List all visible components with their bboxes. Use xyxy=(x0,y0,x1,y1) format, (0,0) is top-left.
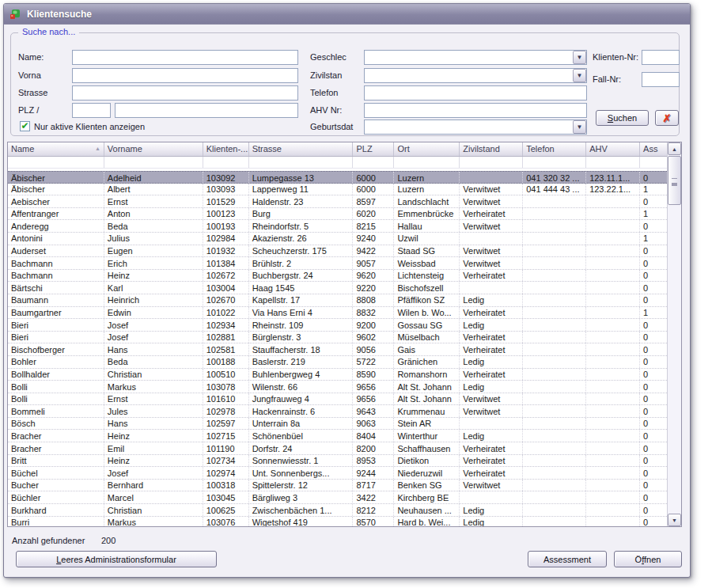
table-cell: 0 xyxy=(640,369,667,381)
filter-cell[interactable] xyxy=(586,157,640,168)
table-cell: 123.22.1... xyxy=(586,184,640,195)
vorname-input[interactable] xyxy=(72,68,298,83)
suchen-button[interactable]: Suchen xyxy=(596,110,649,126)
table-row[interactable]: BieriJosef102881Bürglenstr. 39602Müselba… xyxy=(8,332,667,344)
table-cell xyxy=(586,393,640,405)
filter-cell[interactable] xyxy=(523,157,586,168)
filter-cell[interactable] xyxy=(460,157,523,168)
column-header-telefon[interactable]: Telefon xyxy=(523,142,586,156)
filter-cell[interactable] xyxy=(249,157,354,168)
zivilstand-dropdown-button[interactable]: ▼ xyxy=(573,69,586,82)
oeffnen-button[interactable]: Öffnen xyxy=(614,551,682,567)
table-row[interactable]: BärtschiKarl103004Haag 15459220Bischofsz… xyxy=(8,282,667,294)
table-cell xyxy=(523,480,586,491)
geburtsdatum-combo-input[interactable] xyxy=(364,119,587,135)
telefon-input[interactable] xyxy=(364,85,587,101)
table-row[interactable]: BüchlerMarcel103045Bärgliweg 33422Kirchb… xyxy=(8,491,667,504)
strasse-input[interactable] xyxy=(72,85,298,101)
table-row[interactable]: BachmannErich101384Brühlstr. 29057Weissb… xyxy=(8,257,667,270)
table-row[interactable]: BolliMarkus103078Wilenstr. 669656Alt St.… xyxy=(8,381,667,393)
filter-cell[interactable] xyxy=(8,157,104,168)
title-bar[interactable]: Klientensuche xyxy=(4,4,690,25)
table-cell: Hackenrainstr. 6 xyxy=(249,405,354,417)
table-cell: Antonini xyxy=(8,233,104,245)
column-header-klienten[interactable]: Klienten-... xyxy=(203,142,249,156)
table-row[interactable]: AntoniniJulius102984Akazienstr. 269240Uz… xyxy=(8,233,667,245)
table-row[interactable]: ÄbischerAdelheid103092Lumpegasse 136000L… xyxy=(8,171,667,184)
name-input[interactable] xyxy=(72,50,298,65)
table-row[interactable]: BaumgartnerEdwin101022Via Hans Erni 4883… xyxy=(8,307,667,320)
table-cell: Markus xyxy=(104,381,203,393)
column-header-zivilstand[interactable]: Zivilstand xyxy=(460,142,523,156)
column-header-ass[interactable]: Ass xyxy=(640,142,667,156)
clear-search-button[interactable]: ✗ xyxy=(655,110,679,126)
assessment-button[interactable]: Assessment xyxy=(528,551,607,567)
table-cell xyxy=(523,294,586,306)
table-row[interactable]: BollhalderChristian100510Buhlenbergweg 4… xyxy=(8,369,667,381)
zivilstand-combo-input[interactable] xyxy=(364,68,587,83)
table-row[interactable]: BracherHeinz102715Schönenbüel8404Wintert… xyxy=(8,430,667,442)
table-row[interactable]: BüchelJosef102974Unt. Sonnenbergs...9244… xyxy=(8,467,667,480)
klienten-nr-input[interactable] xyxy=(642,50,680,65)
scrollbar-track[interactable] xyxy=(668,206,681,514)
table-cell: Verheiratet xyxy=(460,455,523,467)
column-header-name[interactable]: Name▲ xyxy=(8,142,104,156)
table-row[interactable]: BischofbergerHans102581Stauffacherstr. 1… xyxy=(8,343,667,356)
table-row[interactable]: BucherBernhard100318Spittelerstr. 128717… xyxy=(8,480,667,492)
table-cell: 0 xyxy=(640,220,667,232)
table-cell xyxy=(523,307,586,319)
scroll-up-button[interactable]: ▲ xyxy=(668,142,681,155)
empty-admin-form-button[interactable]: Leeres Administrationsformular xyxy=(16,551,217,567)
table-row[interactable]: BohlerBeda100188Baslerstr. 2195722Gränic… xyxy=(8,356,667,369)
table-row[interactable]: BracherEmil101190Dorfstr. 248200Schaffha… xyxy=(8,442,667,455)
table-row[interactable]: AffentrangerAnton100123Burg6020Emmenbrüc… xyxy=(8,208,667,221)
table-row[interactable]: AebischerErnst101529Haldenstr. 238597Lan… xyxy=(8,195,667,208)
filter-cell[interactable] xyxy=(394,157,460,168)
table-row[interactable]: BommeliJules102978Hackenrainstr. 69643Kr… xyxy=(8,405,667,418)
table-cell: Ledig xyxy=(460,356,523,368)
geschlecht-dropdown-button[interactable]: ▼ xyxy=(573,51,586,64)
ahv-input[interactable] xyxy=(364,103,587,118)
table-cell: 0 xyxy=(640,491,667,503)
column-header-ahv[interactable]: AHV xyxy=(586,142,640,156)
table-row[interactable]: AndereggBeda100193Rheindorfstr. 58215Hal… xyxy=(8,220,667,233)
table-cell: Eugen xyxy=(104,245,203,257)
table-cell: Niederuzwil xyxy=(394,467,460,479)
filter-cell[interactable] xyxy=(104,157,203,168)
scroll-down-button[interactable]: ▼ xyxy=(668,514,681,526)
filter-cell[interactable] xyxy=(203,157,249,168)
active-clients-checkbox[interactable]: ✔ xyxy=(20,121,30,131)
table-row[interactable]: BurkhardChristian100625Zwischenbächen 1.… xyxy=(8,504,667,517)
table-cell xyxy=(523,369,586,381)
ort-input[interactable] xyxy=(115,103,298,118)
geschlecht-combo-input[interactable] xyxy=(364,50,587,65)
geburtsdatum-dropdown-button[interactable]: ▼ xyxy=(573,120,586,134)
fall-nr-input[interactable] xyxy=(642,72,680,87)
table-row[interactable]: BrittHeinz102734Sonnenwiesstr. 18953Diet… xyxy=(8,455,667,468)
table-row[interactable]: BieriJosef102934Rheinstr. 1099200Gossau … xyxy=(8,319,667,332)
table-cell: Landschlacht xyxy=(394,195,460,207)
table-row[interactable]: BurriMarkus103076Wigetshof 4198570Hard b… xyxy=(8,517,667,526)
table-cell: 1 xyxy=(640,184,667,195)
column-header-vorname[interactable]: Vorname xyxy=(104,142,203,156)
column-header-strasse[interactable]: Strasse xyxy=(249,142,354,156)
column-header-ort[interactable]: Ort xyxy=(394,142,460,156)
column-header-plz[interactable]: PLZ xyxy=(353,142,394,156)
table-cell: 9220 xyxy=(353,282,394,294)
table-row[interactable]: BolliErnst101610Jungfrauweg 49656Alt St.… xyxy=(8,393,667,406)
table-cell: Josef xyxy=(104,467,203,479)
table-row[interactable]: BöschHans102597Unterrain 8a9063Stein AR0 xyxy=(8,418,667,431)
search-group-label: Suche nach... xyxy=(18,27,79,36)
table-cell: 0 xyxy=(640,393,667,405)
chevron-down-icon: ▼ xyxy=(577,55,583,61)
table-row[interactable]: AudersetEugen101932Scheuchzerstr. 175942… xyxy=(8,245,667,258)
vertical-scrollbar[interactable]: ▲ ▼ xyxy=(667,142,681,526)
table-cell: 101384 xyxy=(203,257,249,269)
scrollbar-thumb[interactable] xyxy=(668,156,681,205)
table-row[interactable]: ÄbischerAlbert103093Lappenweg 116000Luze… xyxy=(8,184,667,196)
plz-input[interactable] xyxy=(72,103,111,118)
filter-cell[interactable] xyxy=(640,157,667,168)
table-row[interactable]: BaumannHeinrich102670Kapellstr. 178808Pf… xyxy=(8,294,667,307)
filter-cell[interactable] xyxy=(353,157,394,168)
table-row[interactable]: BachmannHeinz102672Buchbergstr. 249620Li… xyxy=(8,270,667,283)
